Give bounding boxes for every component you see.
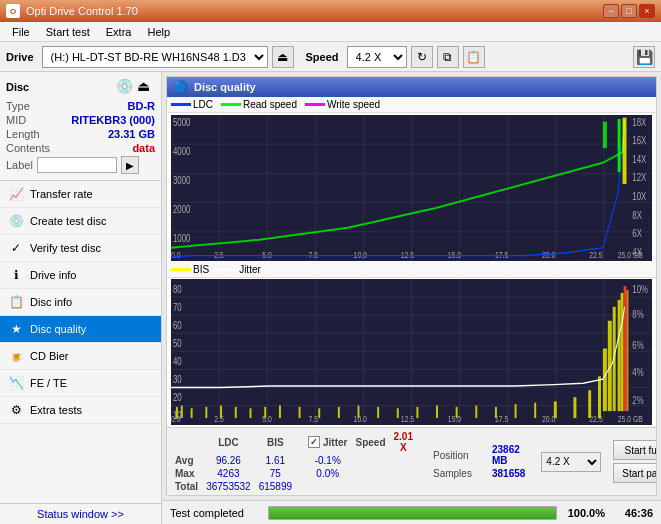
svg-rect-112 bbox=[621, 293, 624, 411]
progress-bar-fill bbox=[269, 507, 556, 519]
svg-rect-114 bbox=[626, 290, 628, 411]
sidebar-item-fe-te[interactable]: 📉 FE / TE bbox=[0, 370, 161, 397]
sidebar-item-create-test-disc[interactable]: 💿 Create test disc bbox=[0, 208, 161, 235]
total-ldc: 36753532 bbox=[202, 480, 255, 493]
svg-text:1000: 1000 bbox=[173, 233, 190, 244]
disc-length-row: Length 23.31 GB bbox=[6, 128, 155, 140]
cd-bier-label: CD Bier bbox=[30, 350, 69, 362]
top-chart: 5000 4000 3000 2000 1000 18X 16X 14X 12X… bbox=[171, 115, 652, 261]
svg-text:12X: 12X bbox=[632, 172, 647, 183]
svg-rect-104 bbox=[554, 401, 557, 418]
disc-quality-icon: ★ bbox=[8, 321, 24, 337]
sidebar-item-cd-bier[interactable]: 🍺 CD Bier bbox=[0, 343, 161, 370]
transfer-rate-icon: 📈 bbox=[8, 186, 24, 202]
svg-rect-108 bbox=[603, 349, 607, 412]
status-time: 46:36 bbox=[613, 507, 653, 519]
disc-scan-icon[interactable]: 💿 bbox=[116, 78, 134, 96]
drive-label: Drive bbox=[6, 51, 34, 63]
disc-type-value: BD-R bbox=[128, 100, 156, 112]
sidebar-item-transfer-rate[interactable]: 📈 Transfer rate bbox=[0, 181, 161, 208]
svg-text:10.0: 10.0 bbox=[354, 413, 368, 425]
status-window-link[interactable]: Status window >> bbox=[0, 503, 161, 524]
svg-text:70: 70 bbox=[173, 301, 182, 314]
svg-rect-88 bbox=[250, 408, 252, 418]
svg-text:4%: 4% bbox=[632, 366, 644, 379]
sidebar-nav: 📈 Transfer rate 💿 Create test disc ✓ Ver… bbox=[0, 181, 161, 503]
speed-selector[interactable]: 4.2 X bbox=[347, 46, 407, 68]
svg-rect-95 bbox=[377, 407, 379, 418]
svg-rect-84 bbox=[191, 408, 193, 418]
create-test-disc-icon: 💿 bbox=[8, 213, 24, 229]
menu-start-test[interactable]: Start test bbox=[38, 24, 98, 40]
max-jitter: 0.0% bbox=[304, 467, 351, 480]
position-value: 23862 MB bbox=[492, 444, 525, 466]
svg-rect-90 bbox=[279, 406, 281, 419]
drive-selector[interactable]: (H:) HL-DT-ST BD-RE WH16NS48 1.D3 bbox=[42, 46, 268, 68]
svg-text:60: 60 bbox=[173, 319, 182, 332]
save-button[interactable]: 💾 bbox=[633, 46, 655, 68]
svg-rect-99 bbox=[456, 407, 458, 418]
transfer-rate-label: Transfer rate bbox=[30, 188, 93, 200]
fe-te-icon: 📉 bbox=[8, 375, 24, 391]
disc-label-input[interactable] bbox=[37, 157, 117, 173]
disc-type-row: Type BD-R bbox=[6, 100, 155, 112]
samples-row: Samples 381658 bbox=[433, 468, 525, 479]
start-part-button[interactable]: Start part bbox=[613, 463, 656, 483]
svg-text:0.0: 0.0 bbox=[171, 413, 181, 425]
ldc-legend-color bbox=[171, 103, 191, 106]
svg-rect-98 bbox=[436, 406, 438, 419]
samples-value: 381658 bbox=[492, 468, 525, 479]
svg-text:20.0: 20.0 bbox=[542, 413, 556, 425]
paste-button[interactable]: 📋 bbox=[463, 46, 485, 68]
speed-value: 2.01 X bbox=[394, 431, 413, 453]
disc-contents-row: Contents data bbox=[6, 142, 155, 154]
chart-panel: 🔵 Disc quality LDC Read speed bbox=[166, 76, 657, 496]
disc-label-row: Label ▶ bbox=[6, 156, 155, 174]
sidebar-item-disc-quality[interactable]: ★ Disc quality bbox=[0, 316, 161, 343]
sidebar-item-verify-test-disc[interactable]: ✓ Verify test disc bbox=[0, 235, 161, 262]
max-label: Max bbox=[171, 467, 202, 480]
sidebar-item-drive-info[interactable]: ℹ Drive info bbox=[0, 262, 161, 289]
disc-eject-icon[interactable]: ⏏ bbox=[137, 78, 155, 96]
svg-text:7.5: 7.5 bbox=[308, 413, 318, 425]
copy-button[interactable]: ⧉ bbox=[437, 46, 459, 68]
start-full-button[interactable]: Start full bbox=[613, 440, 656, 460]
menu-file[interactable]: File bbox=[4, 24, 38, 40]
refresh-button[interactable]: ↻ bbox=[411, 46, 433, 68]
svg-text:22.5: 22.5 bbox=[589, 250, 603, 260]
sidebar: Disc 💿 ⏏ Type BD-R MID RITEKBR3 (000) Le… bbox=[0, 72, 162, 524]
svg-rect-38 bbox=[603, 122, 607, 149]
bis-legend-label: BIS bbox=[193, 264, 209, 275]
svg-rect-39 bbox=[618, 119, 621, 172]
svg-text:30: 30 bbox=[173, 373, 182, 386]
disc-mid-value: RITEKBR3 (000) bbox=[71, 114, 155, 126]
bis-header: BIS bbox=[255, 430, 296, 454]
maximize-button[interactable]: □ bbox=[621, 4, 637, 18]
eject-button[interactable]: ⏏ bbox=[272, 46, 294, 68]
disc-mid-label: MID bbox=[6, 114, 26, 126]
status-text: Test completed bbox=[170, 507, 260, 519]
svg-text:25.0 GB: 25.0 GB bbox=[618, 413, 643, 425]
disc-label-go-button[interactable]: ▶ bbox=[121, 156, 139, 174]
app-title: Opti Drive Control 1.70 bbox=[26, 5, 138, 17]
total-label: Total bbox=[171, 480, 202, 493]
avg-row: Avg 96.26 1.61 -0.1% bbox=[171, 454, 417, 467]
menu-extra[interactable]: Extra bbox=[98, 24, 140, 40]
svg-text:20.0: 20.0 bbox=[542, 250, 556, 260]
svg-text:2000: 2000 bbox=[173, 204, 190, 215]
disc-mid-row: MID RITEKBR3 (000) bbox=[6, 114, 155, 126]
bis-legend-item: BIS bbox=[171, 264, 209, 275]
minimize-button[interactable]: − bbox=[603, 4, 619, 18]
chart-icon: 🔵 bbox=[173, 80, 188, 94]
close-button[interactable]: × bbox=[639, 4, 655, 18]
sidebar-item-extra-tests[interactable]: ⚙ Extra tests bbox=[0, 397, 161, 424]
speed-dropdown[interactable]: 4.2 X bbox=[541, 452, 601, 472]
disc-length-value: 23.31 GB bbox=[108, 128, 155, 140]
top-chart-svg: 5000 4000 3000 2000 1000 18X 16X 14X 12X… bbox=[171, 115, 652, 261]
top-chart-legend: LDC Read speed Write speed bbox=[167, 97, 656, 113]
sidebar-item-disc-info[interactable]: 📋 Disc info bbox=[0, 289, 161, 316]
jitter-checkbox[interactable]: ✓ bbox=[308, 436, 320, 448]
disc-info-label: Disc info bbox=[30, 296, 72, 308]
menu-help[interactable]: Help bbox=[139, 24, 178, 40]
window-controls: − □ × bbox=[603, 4, 655, 18]
